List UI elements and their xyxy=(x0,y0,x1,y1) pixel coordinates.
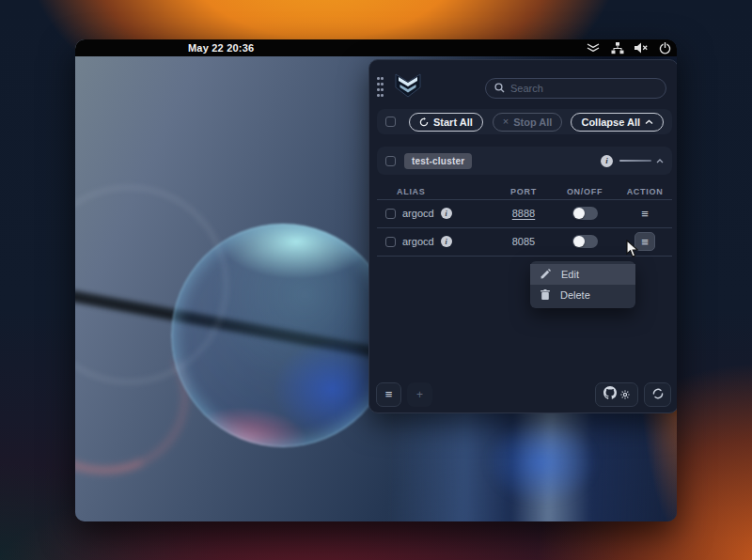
cluster-info-icon[interactable]: i xyxy=(601,155,613,167)
drag-handle[interactable] xyxy=(377,77,384,100)
cluster-name-badge: test-cluster xyxy=(404,153,472,169)
cluster-collapse-icon[interactable] xyxy=(656,159,664,163)
row-checkbox[interactable] xyxy=(385,209,396,219)
menubar-tray xyxy=(586,39,671,56)
context-menu-item-delete[interactable]: Delete xyxy=(530,285,635,305)
sync-icon xyxy=(652,386,664,403)
power-icon[interactable] xyxy=(659,42,671,54)
port-value[interactable]: 8888 xyxy=(495,208,552,219)
start-all-label: Start All xyxy=(433,117,473,128)
bulk-actions-row: Start All × Stop All Collapse All xyxy=(377,109,672,134)
refresh-icon xyxy=(419,117,429,127)
volume-muted-icon[interactable] xyxy=(634,42,649,54)
onoff-toggle[interactable] xyxy=(572,235,598,248)
context-menu: Edit Delete xyxy=(530,261,635,308)
gear-icon xyxy=(620,386,630,403)
mouse-cursor xyxy=(626,240,640,262)
toggle-knob xyxy=(573,208,585,219)
github-icon xyxy=(603,386,617,403)
desktop-wallpaper: { "menubar": { "clock": "May 22 20:36" }… xyxy=(0,0,752,560)
table-header: ALIAS PORT ON/OFF ACTION xyxy=(377,183,672,199)
header-port: PORT xyxy=(495,187,552,196)
wallpaper-bubble xyxy=(171,224,395,447)
kftray-logo-icon xyxy=(392,71,424,103)
collapse-all-button[interactable]: Collapse All xyxy=(571,113,664,132)
alias-label: argocd xyxy=(402,208,434,219)
bottom-toolbar: ≡ + xyxy=(376,381,671,407)
vm-screen: May 22 20:36 xyxy=(75,39,677,521)
github-sync-button[interactable] xyxy=(595,382,638,407)
kftray-tray-icon[interactable] xyxy=(586,42,601,54)
select-all-checkbox[interactable] xyxy=(385,117,396,127)
kftray-panel: Start All × Stop All Collapse All test-c… xyxy=(368,59,677,413)
stop-all-label: Stop All xyxy=(513,117,552,128)
auto-import-button[interactable] xyxy=(644,382,671,407)
trash-icon xyxy=(540,289,550,302)
stop-icon: × xyxy=(503,117,509,127)
main-menu-button[interactable]: ≡ xyxy=(376,382,401,407)
wallpaper-pink-arc xyxy=(75,288,209,495)
context-menu-item-edit[interactable]: Edit xyxy=(530,264,635,285)
menu-bar: May 22 20:36 xyxy=(75,39,677,56)
toggle-knob xyxy=(573,236,585,247)
search-box xyxy=(485,78,666,99)
onoff-toggle[interactable] xyxy=(572,207,598,220)
menubar-clock: May 22 20:36 xyxy=(188,39,254,56)
row-checkbox[interactable] xyxy=(385,237,396,247)
network-icon[interactable] xyxy=(611,42,624,54)
cluster-trend-line xyxy=(619,160,651,162)
pencil-icon xyxy=(540,269,551,281)
wallpaper-blue-spot xyxy=(485,420,598,505)
cluster-row[interactable]: test-cluster i xyxy=(377,147,672,175)
row-actions-menu-icon[interactable]: ≡ xyxy=(641,208,649,220)
chevron-up-icon xyxy=(645,119,653,125)
start-all-button[interactable]: Start All xyxy=(409,113,483,132)
row-actions-menu-icon: ≡ xyxy=(641,236,649,248)
header-action: ACTION xyxy=(618,187,672,196)
search-input[interactable] xyxy=(510,83,657,94)
port-value[interactable]: 8085 xyxy=(495,236,552,247)
context-menu-label: Edit xyxy=(561,269,579,280)
add-config-button[interactable]: + xyxy=(407,382,432,407)
stop-all-button[interactable]: × Stop All xyxy=(493,113,563,132)
collapse-all-label: Collapse All xyxy=(581,117,640,128)
search-icon xyxy=(494,80,505,97)
cluster-checkbox[interactable] xyxy=(385,156,396,166)
wallpaper-ring xyxy=(75,186,227,383)
row-info-icon[interactable]: i xyxy=(441,208,452,219)
context-menu-label: Delete xyxy=(560,289,590,301)
header-alias: ALIAS xyxy=(377,187,495,196)
header-onoff: ON/OFF xyxy=(552,187,618,196)
hamburger-icon: ≡ xyxy=(385,388,393,400)
table-row: argocd i 8888 ≡ xyxy=(377,199,672,227)
row-info-icon[interactable]: i xyxy=(441,236,452,247)
alias-label: argocd xyxy=(402,236,434,247)
plus-icon: + xyxy=(416,388,423,401)
